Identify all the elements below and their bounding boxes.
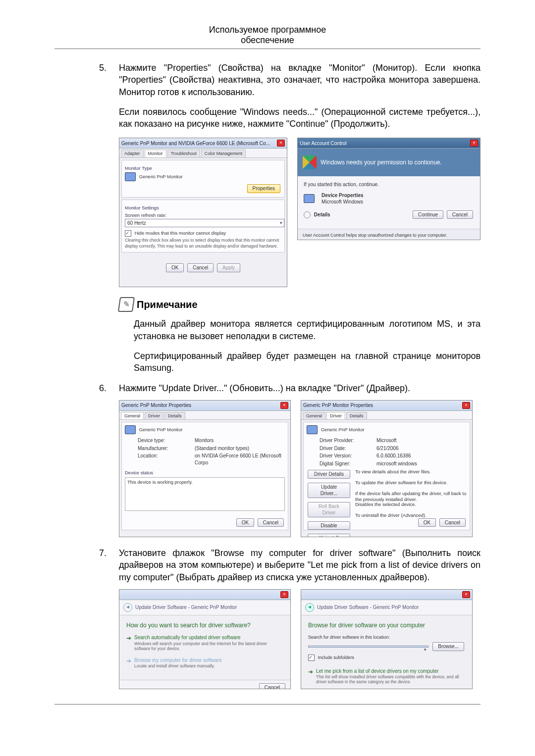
ok-button[interactable]: OK [418, 518, 436, 527]
wizard-heading: Browse for driver software on your compu… [308, 621, 465, 629]
tab-adapter[interactable]: Adapter [121, 150, 144, 157]
wizard-body: Browse for driver software on your compu… [301, 615, 472, 689]
update-wizard-search: × ◄ Update Driver Software - Generic PnP… [119, 589, 291, 689]
hide-modes-checkbox[interactable] [125, 230, 131, 237]
driver-tab-dialog: Generic PnP Monitor Properties × General… [301, 400, 473, 537]
uac-titlebar: User Account Control × [298, 138, 480, 149]
option-browse-computer[interactable]: ➔ Browse my computer for driver software… [126, 657, 283, 669]
back-icon[interactable]: ◄ [123, 603, 132, 612]
page-header: Используемое программное обеспечение [54, 25, 481, 46]
cancel-button[interactable]: Cancel [259, 683, 285, 689]
driver-details-button[interactable]: Driver Details [308, 470, 350, 479]
browse-button[interactable]: Browse... [432, 642, 464, 651]
note-header: ✎ Примечание [119, 297, 481, 312]
wizard-crumb-text: Update Driver Software - Generic PnP Mon… [317, 604, 419, 611]
tab-troubleshoot[interactable]: Troubleshoot [167, 150, 200, 157]
wizard-body: How do you want to search for driver sof… [119, 615, 290, 680]
hide-modes-description: Clearing this check box allows you to se… [125, 238, 281, 249]
wizard-crumb-text: Update Driver Software - Generic PnP Mon… [135, 604, 237, 611]
close-icon[interactable]: × [277, 140, 285, 147]
note-icon: ✎ [118, 297, 135, 312]
driver-date-value: 6/21/2006 [376, 445, 467, 452]
dialog-buttons: OK Cancel Apply [119, 262, 287, 273]
step-6-screenshots: Generic PnP Monitor Properties × General… [119, 400, 481, 537]
driver-details-desc: To view details about the driver files. [355, 469, 467, 480]
device-status-label: Device status [125, 470, 285, 476]
disable-desc: Disables the selected device. [355, 502, 467, 512]
shield-icon [303, 155, 317, 169]
option-let-me-pick[interactable]: ➔ Let me pick from a list of device driv… [308, 668, 465, 685]
cancel-button[interactable]: Cancel [439, 518, 466, 527]
option-title: Search automatically for updated driver … [134, 634, 283, 641]
close-icon[interactable]: × [462, 402, 470, 409]
tab-details[interactable]: Details [164, 412, 185, 419]
close-icon[interactable]: × [462, 591, 470, 598]
general-tab-dialog: Generic PnP Monitor Properties × General… [119, 400, 291, 537]
ok-button[interactable]: OK [166, 263, 184, 272]
manufacturer-value: (Standard monitor types) [195, 445, 285, 452]
driver-panel: Generic PnP Monitor Driver Provider: Mic… [303, 422, 470, 530]
header-line-2: обеспечение [54, 35, 481, 46]
uac-banner-text: Windows needs your permission to contion… [321, 158, 442, 166]
wizard-breadcrumb: ◄ Update Driver Software - Generic PnP M… [119, 600, 290, 615]
tab-driver[interactable]: Driver [145, 412, 163, 419]
note-paragraph-1: Данный драйвер монитора является сертифи… [134, 318, 481, 342]
uninstall-button[interactable]: Uninstall [308, 534, 350, 537]
continue-button[interactable]: Continue [413, 210, 443, 219]
dialog-title: Generic PnP Monitor and NVIDIA GeForce 6… [121, 140, 270, 147]
chevron-down-icon[interactable] [304, 211, 311, 218]
uac-body: If you started this action, continue. De… [298, 176, 480, 229]
roll-back-driver-button[interactable]: Roll Back Driver [308, 502, 350, 517]
monitor-icon [125, 425, 136, 434]
device-type-value: Monitors [195, 437, 285, 444]
tab-color-management[interactable]: Color Management [201, 150, 246, 157]
step-5-screenshots: Generic PnP Monitor and NVIDIA GeForce 6… [119, 138, 481, 287]
tab-row: General Driver Details [119, 411, 290, 420]
arrow-icon: ➔ [308, 668, 313, 685]
refresh-rate-label: Screen refresh rate: [125, 212, 281, 219]
monitor-icon [307, 425, 318, 434]
search-location-input[interactable] [308, 646, 428, 648]
close-icon[interactable]: × [280, 591, 288, 598]
close-icon[interactable]: × [280, 402, 288, 409]
tab-driver[interactable]: Driver [326, 412, 345, 419]
uac-details[interactable]: Details [314, 212, 330, 217]
include-subfolders-checkbox[interactable] [308, 655, 315, 661]
tab-general[interactable]: General [303, 412, 325, 419]
close-icon[interactable]: × [470, 140, 478, 147]
step-5: 5. Нажмите "Properties" (Свойства) на вк… [99, 62, 481, 98]
digital-signer-value: microsoft windows [376, 460, 467, 467]
step-7-text: Установите флажок "Browse my computer fo… [119, 547, 481, 583]
disable-button[interactable]: Disable [308, 521, 350, 530]
option-subtitle: Windows will search your computer and th… [134, 641, 283, 651]
dialog-title: Generic PnP Monitor Properties [121, 402, 191, 409]
apply-button[interactable]: Apply [217, 263, 240, 272]
monitor-type-group: Monitor Type Generic PnP Monitor Propert… [121, 160, 285, 198]
back-icon[interactable]: ◄ [305, 603, 314, 612]
tab-details[interactable]: Details [346, 412, 367, 419]
cancel-button[interactable]: Cancel [258, 518, 284, 527]
dialog-titlebar: Generic PnP Monitor Properties × [301, 401, 472, 411]
manufacturer-label: Manufacturer: [138, 445, 195, 452]
tab-general[interactable]: General [121, 412, 144, 419]
step-7-number: 7. [99, 547, 119, 583]
update-driver-button[interactable]: Update Driver... [308, 483, 350, 498]
monitor-icon [125, 172, 136, 181]
ok-button[interactable]: OK [236, 518, 254, 527]
uac-if-started: If you started this action, continue. [304, 181, 474, 188]
body: 5. Нажмите "Properties" (Свойства) на вк… [99, 62, 481, 689]
monitor-settings-label: Monitor Settings [125, 205, 281, 211]
step-5-text-2: Если появилось сообщение "Windows needs.… [119, 106, 481, 130]
option-search-auto[interactable]: ➔ Search automatically for updated drive… [126, 634, 283, 651]
tab-monitor[interactable]: Monitor [145, 150, 166, 157]
refresh-rate-select[interactable]: 60 Hertz [125, 219, 284, 228]
cancel-button[interactable]: Cancel [447, 210, 473, 219]
step-7-screenshots: × ◄ Update Driver Software - Generic PnP… [119, 589, 481, 689]
step-6: 6. Нажмите "Update Driver..." (Обновить.… [99, 382, 481, 394]
cancel-button[interactable]: Cancel [187, 263, 214, 272]
option-title: Browse my computer for driver software [134, 657, 222, 664]
properties-button[interactable]: Properties [247, 184, 281, 193]
uac-title: User Account Control [300, 140, 347, 147]
wizard-titlebar: × [301, 590, 472, 600]
driver-version-value: 6.0.6000.16386 [376, 453, 467, 459]
